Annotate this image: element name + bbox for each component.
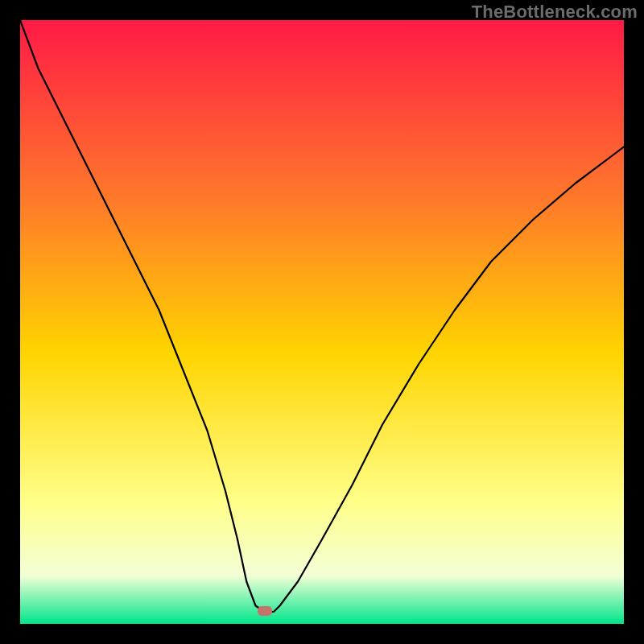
plot-area <box>20 20 624 624</box>
chart-frame: TheBottleneck.com <box>0 0 644 644</box>
watermark-text: TheBottleneck.com <box>472 2 638 23</box>
minimum-marker <box>258 606 272 616</box>
bottleneck-curve <box>20 20 624 624</box>
